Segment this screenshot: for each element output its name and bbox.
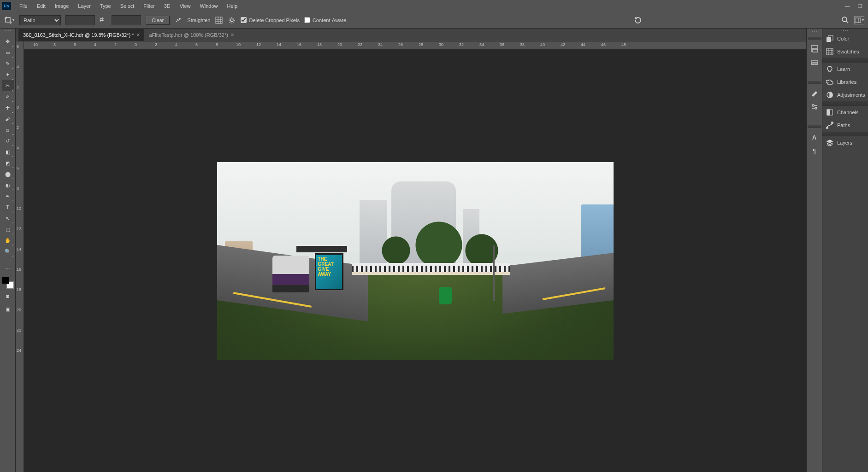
- menu-filter[interactable]: Filter: [139, 1, 159, 11]
- document-image[interactable]: THE GREAT GIVE AWAY: [217, 162, 614, 360]
- h-ruler-tick: 4: [175, 42, 177, 47]
- gradient-tool[interactable]: ◩: [2, 157, 14, 169]
- menu-3d[interactable]: 3D: [159, 1, 175, 11]
- properties-panel-icon[interactable]: [809, 57, 821, 68]
- canvas-area[interactable]: THE GREAT GIVE AWAY: [24, 50, 806, 472]
- vertical-ruler[interactable]: 642024681012141618202224: [16, 41, 24, 472]
- path-select-tool[interactable]: ↖: [2, 213, 14, 224]
- document-tab-label: aFliteTestp.hdr @ 100% (RGB/32*): [149, 32, 228, 38]
- straighten-label[interactable]: Straighten: [187, 17, 210, 23]
- brush-tool[interactable]: 🖌: [2, 113, 14, 124]
- h-ruler-tick: 2: [155, 42, 157, 47]
- menu-window[interactable]: Window: [195, 1, 222, 11]
- straighten-icon[interactable]: [174, 16, 183, 24]
- pen-tool[interactable]: ✒: [2, 191, 14, 202]
- history-brush-tool[interactable]: ↺: [2, 135, 14, 146]
- active-tool-icon[interactable]: ▾: [4, 15, 15, 26]
- history-panel-icon[interactable]: [809, 43, 821, 54]
- eyedropper-tool[interactable]: ✐: [2, 91, 14, 102]
- h-ruler-tick: 32: [459, 42, 464, 47]
- svg-point-2: [230, 19, 233, 22]
- menu-help[interactable]: Help: [223, 1, 242, 11]
- menu-view[interactable]: View: [175, 1, 195, 11]
- document-tab-0[interactable]: 360_0163_Stitch_XHC.hdr @ 19.8% (RGB/32*…: [18, 29, 144, 41]
- svg-rect-17: [827, 127, 828, 128]
- reset-crop-icon[interactable]: [633, 15, 643, 25]
- h-ruler-tick: 48: [621, 42, 626, 47]
- eraser-tool[interactable]: ◧: [2, 146, 14, 157]
- panel-label: Learn: [837, 66, 850, 72]
- paths-panel-icon: [826, 122, 833, 129]
- hand-tool[interactable]: ✋: [2, 235, 14, 246]
- crop-width-input[interactable]: [65, 15, 95, 25]
- type-tool[interactable]: T: [2, 202, 14, 213]
- adjustments-dock-icon[interactable]: [809, 101, 821, 112]
- color-panel[interactable]: Color: [822, 32, 868, 45]
- blur-tool[interactable]: ⬤: [2, 169, 14, 180]
- marquee-tool[interactable]: ▭: [2, 47, 14, 58]
- h-ruler-tick: 40: [540, 42, 545, 47]
- stamp-tool[interactable]: ⧈: [2, 124, 14, 135]
- adjustments-panel[interactable]: Adjustments: [822, 88, 868, 101]
- menu-edit[interactable]: Edit: [32, 1, 50, 11]
- maximize-button[interactable]: ❐: [857, 3, 863, 9]
- zoom-tool[interactable]: 🔍: [2, 246, 14, 257]
- menu-file[interactable]: File: [15, 1, 32, 11]
- options-bar: ▾ Ratio ⇄ Clear Straighten Delete Croppe…: [0, 12, 868, 29]
- crop-tool[interactable]: ✂: [2, 80, 14, 91]
- rectangle-tool[interactable]: ▢: [2, 224, 14, 235]
- paths-panel[interactable]: Paths: [822, 119, 868, 132]
- panel-label: Adjustments: [837, 92, 865, 98]
- svg-rect-7: [811, 61, 818, 62]
- toolbox-grip[interactable]: [3, 30, 12, 33]
- document-tab-1[interactable]: aFliteTestp.hdr @ 100% (RGB/32*)×: [144, 29, 238, 41]
- edit-toolbar-button[interactable]: ⋯: [2, 263, 14, 274]
- foreground-background-colors[interactable]: [2, 277, 14, 289]
- crop-height-input[interactable]: [112, 15, 141, 25]
- clear-button[interactable]: Clear: [146, 16, 170, 25]
- content-aware-checkbox[interactable]: Content-Aware: [304, 17, 346, 23]
- h-ruler-tick: 24: [378, 42, 383, 47]
- h-ruler-tick: 18: [317, 42, 322, 47]
- foreground-color-swatch[interactable]: [2, 277, 9, 284]
- character-panel-icon[interactable]: A: [809, 132, 821, 143]
- libraries-panel[interactable]: Libraries: [822, 76, 868, 88]
- minimize-button[interactable]: —: [844, 3, 850, 9]
- horizontal-ruler[interactable]: 1086420246810121416182022242628303234363…: [24, 41, 806, 50]
- healing-tool[interactable]: ✚: [2, 102, 14, 113]
- menu-select[interactable]: Select: [116, 1, 139, 11]
- swatches-panel[interactable]: Swatches: [822, 45, 868, 58]
- close-tab-icon[interactable]: ×: [231, 32, 234, 38]
- app-logo: Ps: [2, 2, 11, 10]
- h-ruler-tick: 0: [135, 42, 137, 47]
- close-tab-icon[interactable]: ×: [136, 32, 140, 38]
- v-ruler-tick: 16: [17, 267, 21, 272]
- lasso-tool[interactable]: ✎: [2, 58, 14, 69]
- search-icon[interactable]: [841, 16, 850, 24]
- screen-mode-button[interactable]: ▣: [2, 303, 14, 315]
- brush-settings-panel-icon[interactable]: [809, 87, 821, 99]
- swap-dimensions-icon[interactable]: ⇄: [100, 17, 107, 24]
- paragraph-panel-icon[interactable]: ¶: [809, 146, 821, 157]
- learn-panel[interactable]: Learn: [822, 63, 868, 76]
- panel-label: Channels: [837, 110, 858, 115]
- layers-panel[interactable]: Layers: [822, 136, 868, 149]
- svg-rect-16: [827, 110, 830, 115]
- h-ruler-tick: 20: [337, 42, 342, 47]
- menu-type[interactable]: Type: [95, 1, 116, 11]
- menu-layer[interactable]: Layer: [73, 1, 95, 11]
- quick-mask-button[interactable]: ◙: [2, 291, 14, 302]
- crop-options-gear-icon[interactable]: [228, 16, 236, 24]
- workspace-switcher[interactable]: ▾: [854, 16, 864, 24]
- dodge-tool[interactable]: ◐: [2, 180, 14, 191]
- menu-image[interactable]: Image: [50, 1, 74, 11]
- svg-point-3: [842, 17, 847, 22]
- delete-cropped-checkbox[interactable]: Delete Cropped Pixels: [241, 17, 299, 23]
- aspect-ratio-select[interactable]: Ratio: [19, 15, 61, 25]
- channels-panel[interactable]: Channels: [822, 106, 868, 119]
- svg-rect-8: [811, 63, 818, 64]
- quick-select-tool[interactable]: ✦: [2, 69, 14, 80]
- move-tool[interactable]: ✥: [2, 36, 14, 47]
- overlay-grid-icon[interactable]: [215, 16, 223, 24]
- h-ruler-tick: 22: [358, 42, 362, 47]
